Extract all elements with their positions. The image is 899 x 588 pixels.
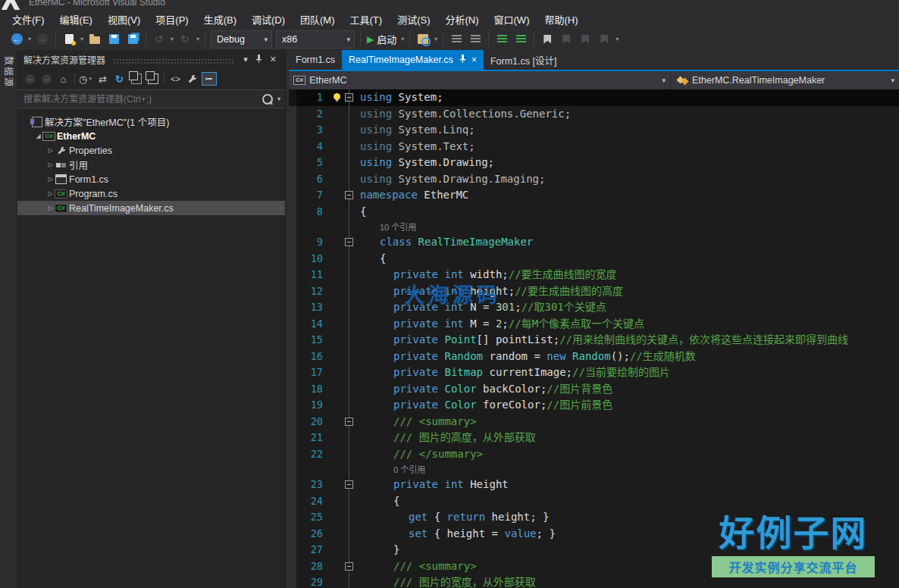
- new-project-button[interactable]: [60, 31, 78, 48]
- back-icon[interactable]: ←: [22, 71, 38, 87]
- indicator-margin[interactable]: [289, 106, 296, 123]
- indicator-margin[interactable]: [289, 267, 296, 283]
- menu-item-7[interactable]: 团队(M): [293, 10, 343, 29]
- fold-toggle[interactable]: [343, 414, 356, 430]
- search-icon[interactable]: [262, 94, 273, 105]
- lightbulb-icon[interactable]: [330, 89, 343, 106]
- menu-item-11[interactable]: 窗口(W): [487, 10, 537, 29]
- pending-changes-filter-icon[interactable]: ◷▾: [78, 71, 94, 87]
- indicator-margin[interactable]: [289, 397, 296, 414]
- pin-tab-icon[interactable]: [459, 55, 466, 65]
- find-dropdown[interactable]: ▾: [433, 36, 439, 42]
- home-icon[interactable]: ⌂: [55, 71, 71, 87]
- indicator-margin[interactable]: [289, 316, 296, 333]
- menu-item-6[interactable]: 调试(D): [244, 10, 293, 29]
- fold-toggle[interactable]: [343, 234, 356, 251]
- menu-item-10[interactable]: 分析(N): [437, 10, 486, 29]
- menu-item-8[interactable]: 工具(T): [343, 10, 390, 29]
- redo-button[interactable]: ↻: [176, 31, 194, 48]
- expand-arrow-icon[interactable]: ▷: [46, 190, 55, 197]
- search-options-dropdown[interactable]: ▾: [276, 95, 285, 102]
- save-all-button[interactable]: [124, 31, 142, 48]
- indicator-margin[interactable]: [289, 493, 296, 510]
- tree-item--ethermc-1-[interactable]: 解决方案"EtherMC"(1 个项目): [17, 114, 285, 129]
- expand-arrow-icon[interactable]: ▷: [46, 161, 55, 168]
- menu-item-1[interactable]: 文件(F): [5, 10, 52, 29]
- start-debugging-button[interactable]: ▶ 启动: [365, 31, 399, 48]
- navigate-forward-button[interactable]: →: [33, 31, 52, 48]
- code-editor[interactable]: 1using System;2using System.Collections.…: [289, 89, 899, 588]
- redo-dropdown[interactable]: ▾: [195, 36, 201, 42]
- close-icon[interactable]: ✕: [266, 55, 280, 64]
- tree-item-program-cs[interactable]: ▷C#Program.cs: [17, 186, 285, 201]
- fold-toggle[interactable]: [343, 558, 356, 575]
- indicator-margin[interactable]: [289, 381, 296, 398]
- indicator-margin[interactable]: [289, 122, 296, 139]
- pin-icon[interactable]: [252, 55, 266, 64]
- indicator-margin[interactable]: [289, 446, 296, 463]
- open-file-button[interactable]: [86, 31, 104, 48]
- menu-item-4[interactable]: 项目(P): [148, 10, 196, 29]
- indicator-margin[interactable]: [289, 89, 296, 106]
- indicator-margin[interactable]: [289, 155, 296, 171]
- fold-toggle[interactable]: [343, 187, 356, 204]
- show-all-files-icon[interactable]: [201, 71, 217, 87]
- menu-item-12[interactable]: 帮助(H): [537, 10, 585, 29]
- indicator-margin[interactable]: [289, 349, 296, 365]
- document-tab-2[interactable]: RealTimeImageMaker.cs×: [342, 50, 484, 70]
- indicator-margin[interactable]: [289, 462, 296, 477]
- indicator-margin[interactable]: [289, 574, 296, 588]
- indicator-margin[interactable]: [289, 251, 296, 267]
- menu-item-2[interactable]: 编辑(E): [52, 10, 100, 29]
- fold-toggle[interactable]: [343, 477, 356, 493]
- indicator-margin[interactable]: [289, 283, 296, 300]
- tree-item-ethermc[interactable]: ◢C#EtherMC: [17, 129, 285, 143]
- navigate-back-dropdown[interactable]: ▾: [27, 36, 33, 42]
- view-code-icon[interactable]: <>: [168, 71, 183, 87]
- next-bookmark-button[interactable]: [576, 31, 594, 48]
- properties-icon[interactable]: [184, 71, 200, 87]
- indicator-margin[interactable]: [289, 299, 296, 316]
- navigate-forward-doc-button[interactable]: [466, 31, 484, 48]
- menu-item-3[interactable]: 视图(V): [100, 10, 148, 29]
- start-dropdown[interactable]: ▾: [399, 36, 406, 42]
- search-input[interactable]: [17, 94, 262, 105]
- preview-selected-items-icon[interactable]: [145, 71, 161, 87]
- panel-drag-area[interactable]: [113, 58, 233, 64]
- indicator-margin[interactable]: [289, 477, 296, 493]
- indicator-margin[interactable]: [289, 204, 296, 220]
- indicator-margin[interactable]: [289, 171, 296, 188]
- collapse-arrow-icon[interactable]: ◢: [34, 133, 42, 139]
- indicator-margin[interactable]: [289, 430, 296, 446]
- indicator-margin[interactable]: [289, 364, 296, 381]
- indicator-margin[interactable]: [289, 542, 296, 558]
- tree-item-form1-cs[interactable]: ▷Form1.cs: [17, 172, 285, 186]
- line-outdent-button[interactable]: [512, 31, 530, 48]
- toggle-bookmark-button[interactable]: [538, 31, 556, 48]
- codelens-references[interactable]: 0 个引用: [356, 462, 425, 477]
- indicator-margin[interactable]: [289, 220, 296, 234]
- solution-configuration-dropdown[interactable]: Debug ▾: [211, 30, 272, 48]
- new-project-dropdown[interactable]: ▾: [79, 36, 85, 42]
- line-indent-button[interactable]: [493, 31, 511, 48]
- navigate-backward-doc-button[interactable]: [447, 31, 465, 48]
- close-tab-icon[interactable]: ×: [471, 55, 477, 65]
- indicator-margin[interactable]: [289, 414, 296, 430]
- indicator-margin[interactable]: [289, 509, 296, 526]
- forward-icon[interactable]: →: [39, 71, 55, 87]
- data-sources-tab[interactable]: 数据源: [3, 56, 16, 88]
- find-in-files-button[interactable]: [414, 31, 432, 48]
- tree-item--[interactable]: ▷引用: [17, 158, 285, 172]
- indicator-margin[interactable]: [289, 558, 296, 575]
- indicator-margin[interactable]: [289, 187, 296, 204]
- tree-item-realtimeimagemaker-cs[interactable]: ▷C#RealTimeImageMaker.cs: [17, 201, 285, 215]
- document-tab-3[interactable]: Form1.cs [设计]: [484, 50, 564, 70]
- sync-with-active-document-icon[interactable]: ⇄: [95, 71, 111, 87]
- indicator-margin[interactable]: [289, 526, 296, 543]
- save-button[interactable]: [105, 31, 123, 48]
- window-position-dropdown[interactable]: ▾: [240, 55, 252, 64]
- menu-item-9[interactable]: 测试(S): [390, 10, 437, 29]
- project-dropdown[interactable]: C# EtherMC ▾: [289, 71, 671, 89]
- solution-search-box[interactable]: ▾: [17, 89, 285, 108]
- codelens-references[interactable]: 10 个引用: [356, 220, 416, 234]
